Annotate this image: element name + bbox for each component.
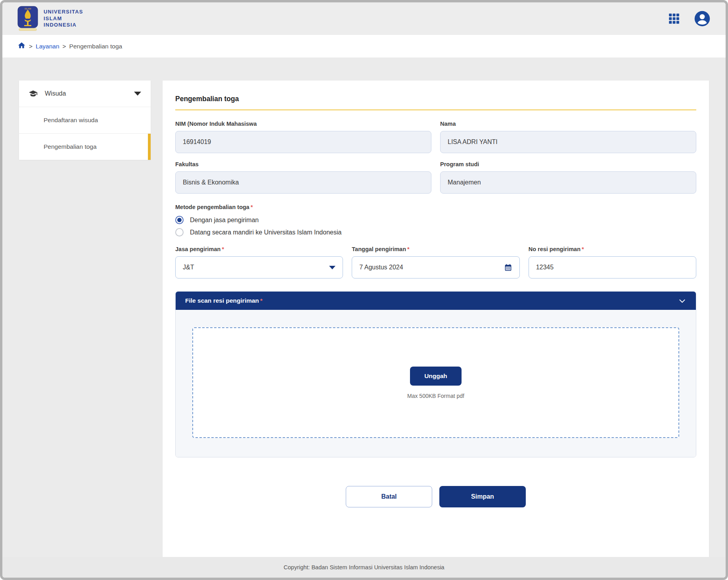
field-nama: Nama LISA ADRI YANTI [440,121,696,153]
field-tanggal-label: Tanggal pengiriman* [352,246,519,252]
field-no-resi: No resi pengiriman* 12345 [529,246,696,278]
brand-line-3: INDONESIA [44,22,83,29]
brand-line-1: UNIVERSITAS [44,9,83,15]
top-header: ISLAM UNIVERSITAS ISLAM INDONESIA [2,2,726,35]
calendar-icon[interactable] [504,263,512,272]
account-avatar-icon[interactable] [694,10,711,27]
content-area: Wisuda Pendaftaran wisuda Pengembalian t… [2,58,726,557]
footer: Copyright: Badan Sistem Informasi Univer… [2,557,726,578]
field-nim-label: NIM (Nomor Induk Mahasiswa [175,121,431,127]
sidebar-group-wisuda[interactable]: Wisuda [19,81,151,107]
svg-text:ISLAM: ISLAM [25,8,31,10]
file-scan-collapse-header[interactable]: File scan resi pengiriman * [176,292,696,310]
title-divider [175,109,696,110]
required-asterisk: * [582,246,584,252]
required-asterisk: * [222,246,224,252]
field-program-studi: Program studi Manajemen [440,161,696,194]
collapse-header-label: File scan resi pengiriman [185,297,259,304]
breadcrumb: > Layanan > Pengembalian toga [2,35,726,58]
dropdown-caret-icon [329,266,335,269]
file-scan-collapse: File scan resi pengiriman * Unggah Max 5… [175,291,696,457]
sidebar: Wisuda Pendaftaran wisuda Pengembalian t… [19,81,151,160]
radio-selected-icon[interactable] [175,216,184,224]
active-indicator [148,134,151,160]
radio-unselected-icon[interactable] [175,228,184,236]
uii-logo-icon: ISLAM [17,6,38,31]
no-resi-input[interactable]: 12345 [529,256,696,278]
breadcrumb-separator: > [29,43,33,50]
student-info-fields: NIM (Nomor Induk Mahasiswa 16914019 Nama… [175,121,696,194]
shipping-fields: Jasa pengiriman* J&T Tanggal pengiriman*… [175,246,696,278]
required-asterisk: * [407,246,410,252]
sidebar-item-pendaftaran-wisuda[interactable]: Pendaftaran wisuda [19,107,151,134]
field-nim-input: 16914019 [175,131,431,153]
sidebar-item-label: Pengembalian toga [44,143,97,150]
upload-dropzone[interactable]: Unggah Max 500KB Format pdf [192,327,679,438]
tanggal-pengiriman-datepicker[interactable]: 7 Agustus 2024 [352,256,519,278]
radio-label: Dengan jasa pengiriman [190,217,259,224]
field-jasa-pengiriman: Jasa pengiriman* J&T [175,246,343,278]
field-fakultas: Fakultas Bisnis & Ekonomika [175,161,431,194]
upload-button[interactable]: Unggah [410,367,462,386]
radio-option-datang-mandiri[interactable]: Datang secara mandiri ke Universitas Isl… [175,228,696,236]
main-panel: Pengembalian toga NIM (Nomor Induk Mahas… [163,81,709,557]
jasa-pengiriman-select[interactable]: J&T [175,256,343,278]
field-tanggal-pengiriman: Tanggal pengiriman* 7 Agustus 2024 [352,246,519,278]
sidebar-group-label: Wisuda [45,90,66,97]
apps-grid-icon[interactable] [669,13,680,24]
field-program-studi-label: Program studi [440,161,696,167]
tanggal-pengiriman-value: 7 Agustus 2024 [359,264,403,271]
chevron-down-icon [134,92,141,96]
metode-label: Metode pengembalian toga* [175,204,696,210]
breadcrumb-link-layanan[interactable]: Layanan [36,43,59,50]
field-nim: NIM (Nomor Induk Mahasiswa 16914019 [175,121,431,153]
app-window: ISLAM UNIVERSITAS ISLAM INDONESIA [0,0,728,580]
upload-hint: Max 500KB Format pdf [407,393,464,399]
header-actions [669,10,711,27]
chevron-down-icon[interactable] [678,297,686,305]
cancel-button[interactable]: Batal [346,486,432,507]
brand-line-2: ISLAM [44,15,83,22]
field-fakultas-label: Fakultas [175,161,431,167]
required-asterisk: * [251,204,253,210]
home-icon[interactable] [17,41,26,51]
breadcrumb-current: Pengembalian toga [69,43,123,50]
metode-group: Metode pengembalian toga* Dengan jasa pe… [175,204,696,236]
breadcrumb-separator: > [63,43,66,50]
radio-option-jasa-pengiriman[interactable]: Dengan jasa pengiriman [175,216,696,224]
graduation-cap-icon [29,89,38,98]
form-actions: Batal Simpan [175,486,696,507]
copyright-text: Copyright: Badan Sistem Informasi Univer… [284,564,444,570]
field-nama-input: LISA ADRI YANTI [440,131,696,153]
uii-logo: ISLAM [17,6,38,31]
required-asterisk: * [260,297,262,304]
no-resi-value: 12345 [536,264,554,271]
field-resi-label: No resi pengiriman* [529,246,696,252]
field-nama-label: Nama [440,121,696,127]
radio-label: Datang secara mandiri ke Universitas Isl… [190,229,341,236]
page-title: Pengembalian toga [175,95,696,103]
jasa-pengiriman-value: J&T [183,264,194,271]
file-scan-collapse-body: Unggah Max 500KB Format pdf [176,310,696,457]
field-program-studi-input: Manajemen [440,171,696,194]
field-fakultas-input: Bisnis & Ekonomika [175,171,431,194]
sidebar-item-pengembalian-toga[interactable]: Pengembalian toga [19,134,151,160]
save-button[interactable]: Simpan [439,486,526,507]
field-jasa-label: Jasa pengiriman* [175,246,343,252]
brand-name: UNIVERSITAS ISLAM INDONESIA [44,9,83,29]
sidebar-item-label: Pendaftaran wisuda [44,117,98,124]
